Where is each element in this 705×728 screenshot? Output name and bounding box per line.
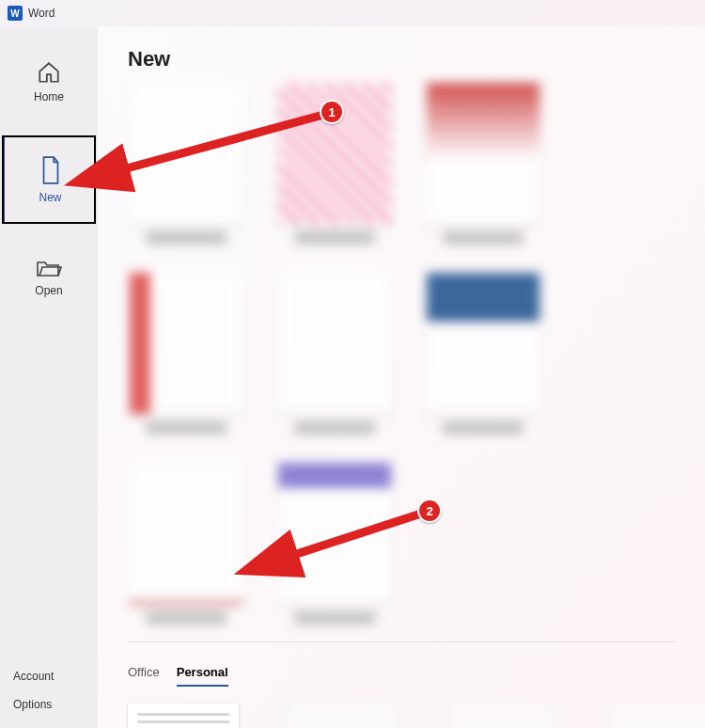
- sidebar-item-open[interactable]: Open: [0, 246, 98, 309]
- section-divider: [128, 641, 675, 642]
- word-app-icon: W: [8, 6, 23, 21]
- sidebar-link-options[interactable]: Options: [0, 690, 98, 719]
- sidebar-item-label: Home: [34, 90, 64, 103]
- sidebar-link-account[interactable]: Account: [0, 662, 98, 690]
- template-gallery-blurred: [98, 83, 705, 625]
- home-icon: [37, 60, 61, 85]
- sidebar-item-new[interactable]: New: [2, 135, 96, 224]
- tab-office[interactable]: Office: [128, 659, 160, 687]
- main-panel: New Office Personal: [98, 26, 705, 728]
- template-contract-of-employment[interactable]: Contract of Employment: [128, 704, 239, 728]
- tab-personal[interactable]: Personal: [177, 659, 228, 687]
- new-document-icon: [39, 155, 63, 185]
- sidebar-footer: Account Options: [0, 662, 98, 719]
- titlebar: W Word: [0, 0, 705, 26]
- sidebar-item-label: Open: [35, 284, 62, 297]
- layout: Home New Open Account Options New: [0, 26, 705, 728]
- page-title: New: [128, 47, 705, 71]
- sidebar-item-label: New: [39, 191, 61, 204]
- sidebar-item-home[interactable]: Home: [0, 51, 98, 113]
- template-thumbnail: [128, 704, 239, 728]
- template-item-blurred[interactable]: [288, 704, 399, 728]
- folder-open-icon: [36, 258, 62, 278]
- sidebar: Home New Open Account Options: [0, 26, 98, 728]
- personal-templates-row: Contract of Employment: [98, 687, 705, 728]
- template-item-blurred[interactable]: [447, 704, 558, 728]
- template-item-blurred[interactable]: [607, 704, 705, 728]
- template-tabs: Office Personal: [98, 659, 705, 687]
- app-title: Word: [28, 7, 55, 20]
